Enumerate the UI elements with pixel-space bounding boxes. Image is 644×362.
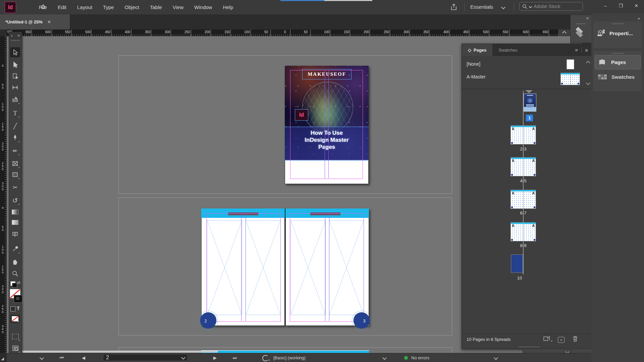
page-tool-button[interactable] — [10, 71, 20, 81]
collapse-dock-icon[interactable]: « — [586, 16, 589, 20]
restore-button[interactable]: ❐ — [613, 0, 629, 11]
menu-file[interactable]: File — [34, 4, 52, 10]
vertical-ruler[interactable]: 0 50 100 150 200 250 300 0 50 100 150 20… — [0, 36, 7, 353]
formatting-affects-container-button[interactable] — [10, 306, 15, 311]
spread-8-9-thumbnail[interactable]: A A — [511, 222, 536, 241]
minimize-button[interactable]: – — [598, 0, 613, 11]
share-icon[interactable] — [449, 3, 458, 11]
free-transform-tool-button[interactable]: ↺ — [10, 195, 20, 205]
chevron-down-icon[interactable] — [494, 356, 498, 360]
screen-mode-button[interactable] — [10, 343, 20, 353]
layers-panel-icon[interactable] — [576, 27, 583, 37]
properties-panel-button[interactable]: Properti... — [593, 26, 642, 41]
text-frame-placeholder[interactable] — [246, 220, 281, 315]
rectangle-tool-button[interactable] — [10, 170, 20, 180]
master-none-thumbnail[interactable] — [567, 59, 574, 69]
master-none-row[interactable]: [None] — [467, 61, 596, 67]
spread-4-5-thumbnail[interactable]: A A — [511, 157, 536, 176]
text-frame-placeholder[interactable] — [207, 220, 242, 315]
menu-type[interactable]: Type — [98, 4, 119, 10]
page-1-thumbnail[interactable] — [524, 94, 536, 112]
page-number-marker-2[interactable]: 2 — [200, 312, 216, 328]
collapse-dock-icon[interactable]: « — [638, 16, 640, 21]
spread-2-3-thumbnail[interactable]: A A — [511, 125, 536, 144]
eyedropper-tool-button[interactable] — [10, 244, 20, 254]
workspace-switcher[interactable]: Essentials — [470, 4, 493, 10]
page-number-marker-3[interactable]: 3 — [354, 312, 370, 328]
pages-panel-button[interactable]: Pages — [595, 55, 641, 69]
create-new-page-icon[interactable]: + — [558, 337, 565, 343]
document-tab[interactable]: *Untitled-1 @ 25% ✕ — [0, 14, 70, 29]
page-number-field[interactable]: 2 — [103, 354, 188, 361]
text-frame-placeholder[interactable] — [290, 220, 326, 315]
tab-close-icon[interactable]: ✕ — [47, 19, 51, 24]
menu-view[interactable]: View — [167, 4, 189, 10]
last-page-button[interactable]: ⏭ — [233, 353, 237, 362]
menu-help[interactable]: Help — [217, 4, 238, 10]
horizontal-scrollbar-thumb[interactable] — [20, 351, 218, 353]
pen-tool-button[interactable] — [10, 133, 20, 143]
tools-expand-icon[interactable]: » — [11, 34, 13, 38]
tools-close-icon[interactable]: ✕ — [17, 34, 20, 38]
indesign-app-icon[interactable]: Id — [5, 2, 16, 13]
stroke-swatch[interactable] — [14, 295, 22, 303]
panel-expand-icon[interactable]: » — [575, 47, 578, 53]
close-button[interactable]: ✕ — [629, 0, 644, 11]
tab-swatches[interactable]: Swatches — [492, 44, 523, 56]
page-1-badge[interactable]: 1 — [526, 115, 533, 121]
scissors-tool-button[interactable]: ✂ — [10, 182, 20, 192]
next-page-button[interactable]: ▶ — [213, 353, 217, 362]
content-collector-tool-button[interactable] — [10, 95, 20, 105]
master-a-thumbnail[interactable] — [560, 73, 580, 85]
page-dropdown-icon[interactable] — [181, 355, 185, 360]
menu-layout[interactable]: Layout — [72, 4, 98, 10]
tab-pages[interactable]: ◇ Pages — [462, 44, 492, 56]
page-10-thumbnail[interactable] — [511, 254, 523, 273]
menu-table[interactable]: Table — [145, 4, 167, 10]
status-bar: ⏮ ◀ 2 ▶ ⏭ ▾ [Basic] (working) No errors — [0, 353, 591, 362]
note-tool-button[interactable] — [10, 229, 20, 239]
direct-selection-tool-button[interactable] — [10, 60, 20, 70]
text-frame-placeholder[interactable] — [329, 220, 364, 315]
ruler-origin-corner[interactable] — [0, 29, 7, 37]
menu-window[interactable]: Window — [189, 4, 217, 10]
corner-box — [0, 353, 7, 362]
selection-tool-button[interactable] — [10, 47, 20, 57]
preflight-icon[interactable] — [262, 355, 269, 361]
panel-menu-icon[interactable]: ≡ — [585, 47, 588, 53]
view-chevron-icon[interactable] — [40, 356, 44, 360]
type-tool-button[interactable]: T — [10, 108, 20, 118]
menu-object[interactable]: Object — [119, 4, 145, 10]
first-page-button[interactable]: ⏮ — [60, 353, 64, 362]
edit-page-size-icon[interactable]: ▾ — [543, 335, 550, 343]
preflight-status[interactable]: No errors — [404, 353, 429, 362]
apply-none-button[interactable] — [10, 315, 20, 323]
swatches-panel-button[interactable]: Swatches — [595, 71, 641, 82]
adobe-stock-search[interactable]: Adobe Stock — [519, 2, 583, 11]
chevron-down-icon[interactable] — [382, 356, 387, 360]
scroll-up-button[interactable] — [558, 29, 570, 36]
line-tool-button[interactable]: ╱ — [10, 121, 20, 131]
chevron-down-icon[interactable] — [501, 5, 505, 9]
gradient-swatch-tool-button[interactable] — [10, 207, 20, 217]
hand-tool-button[interactable] — [10, 257, 20, 267]
spread-2-3-label: 2-3 — [520, 146, 527, 152]
gradient-feather-tool-button[interactable] — [10, 217, 20, 227]
swap-fill-stroke-icon[interactable]: ⇄ — [17, 280, 20, 285]
scroll-down-icon[interactable] — [586, 81, 590, 85]
formatting-affects-text-button[interactable]: T — [17, 306, 20, 311]
menu-edit[interactable]: Edit — [52, 4, 72, 10]
horizontal-ruler[interactable]: 700 650 600 550 500 450 400 350 300 250 … — [7, 29, 558, 36]
gap-tool-button[interactable] — [10, 82, 20, 93]
properties-icon — [597, 29, 605, 38]
zoom-tool-button[interactable] — [10, 268, 20, 279]
chevron-down-icon — [529, 5, 532, 8]
rectangle-frame-tool-button[interactable] — [10, 159, 20, 169]
preflight-profile[interactable]: [Basic] (working) — [273, 353, 306, 362]
view-options-button[interactable] — [10, 331, 20, 342]
previous-page-button[interactable]: ◀ — [82, 353, 85, 362]
delete-page-icon[interactable] — [573, 336, 578, 343]
pencil-tool-button[interactable]: ✏ — [10, 146, 20, 156]
indesign-app: Id ⌂ File Edit Layout Type Object Table … — [0, 0, 644, 362]
spread-6-7-thumbnail[interactable]: A A — [511, 190, 536, 209]
